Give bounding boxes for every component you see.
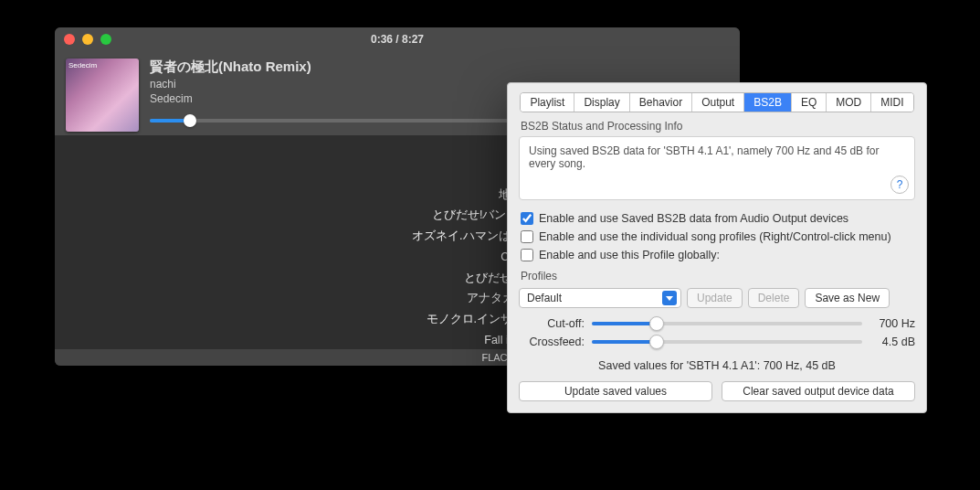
bottom-button-row: Update saved values Clear saved output d… (519, 381, 915, 401)
settings-tabs: PlaylistDisplayBehaviorOutputBS2BEQMODMI… (520, 92, 913, 112)
zoom-window-button[interactable] (100, 34, 111, 45)
delete-button[interactable]: Delete (748, 288, 800, 308)
crossfeed-label: Crossfeed: (519, 336, 585, 348)
update-saved-button[interactable]: Update saved values (519, 381, 712, 401)
save-as-new-button[interactable]: Save as New (805, 288, 890, 308)
checkbox-label: Enable and use the individual song profi… (539, 230, 891, 243)
checkbox-global-profile[interactable] (521, 249, 533, 261)
check-enable-saved-devices[interactable]: Enable and use Saved BS2B data from Audi… (519, 209, 915, 228)
checkbox-saved-devices[interactable] (521, 212, 533, 225)
cutoff-slider[interactable] (592, 322, 862, 325)
update-button[interactable]: Update (687, 288, 743, 308)
tab-playlist[interactable]: Playlist (521, 93, 574, 112)
crossfeed-slider[interactable] (592, 340, 862, 344)
profile-select[interactable]: Default (519, 288, 681, 308)
tab-display[interactable]: Display (574, 93, 629, 112)
traffic-lights (55, 34, 111, 45)
crossfeed-slider-row: Crossfeed: 4.5 dB (519, 336, 915, 348)
help-icon[interactable]: ? (890, 176, 909, 194)
saved-values-text: Saved values for 'SBTH 4.1 A1': 700 Hz, … (519, 359, 915, 372)
time-readout: 0:36 / 8:27 (55, 33, 740, 46)
chevron-down-icon (662, 291, 677, 305)
tab-output[interactable]: Output (692, 93, 744, 112)
cutoff-value: 700 Hz (869, 317, 915, 330)
checkbox-label: Enable and use this Profile globally: (539, 249, 720, 261)
profiles-label: Profiles (521, 270, 915, 282)
now-playing-title: 賢者の極北(Nhato Remix) (150, 59, 729, 76)
check-song-profiles[interactable]: Enable and use the individual song profi… (519, 228, 915, 246)
check-global-profile[interactable]: Enable and use this Profile globally: (519, 246, 915, 264)
titlebar: 0:36 / 8:27 (55, 27, 740, 51)
settings-panel: PlaylistDisplayBehaviorOutputBS2BEQMODMI… (507, 82, 927, 413)
tab-midi[interactable]: MIDI (871, 93, 912, 112)
cutoff-slider-row: Cut-off: 700 Hz (519, 317, 915, 330)
checkbox-song-profiles[interactable] (521, 230, 533, 243)
crossfeed-value: 4.5 dB (869, 336, 915, 348)
tab-eq[interactable]: EQ (792, 93, 827, 112)
status-info-text: Using saved BS2B data for 'SBTH 4.1 A1',… (529, 144, 879, 170)
album-art[interactable]: Sedecim (66, 59, 139, 132)
checkbox-label: Enable and use Saved BS2B data from Audi… (539, 212, 848, 225)
status-info-box: Using saved BS2B data for 'SBTH 4.1 A1',… (519, 136, 915, 200)
minimize-window-button[interactable] (82, 34, 93, 45)
profiles-row: Default Update Delete Save as New (519, 288, 915, 308)
profile-select-value: Default (527, 292, 562, 304)
clear-saved-button[interactable]: Clear saved output device data (722, 381, 915, 401)
cutoff-label: Cut-off: (519, 317, 585, 330)
tab-behavior[interactable]: Behavior (630, 93, 692, 112)
tab-mod[interactable]: MOD (827, 93, 871, 112)
status-group-label: BS2B Status and Processing Info (521, 120, 915, 133)
close-window-button[interactable] (64, 34, 75, 45)
tab-bs2b[interactable]: BS2B (744, 93, 792, 112)
